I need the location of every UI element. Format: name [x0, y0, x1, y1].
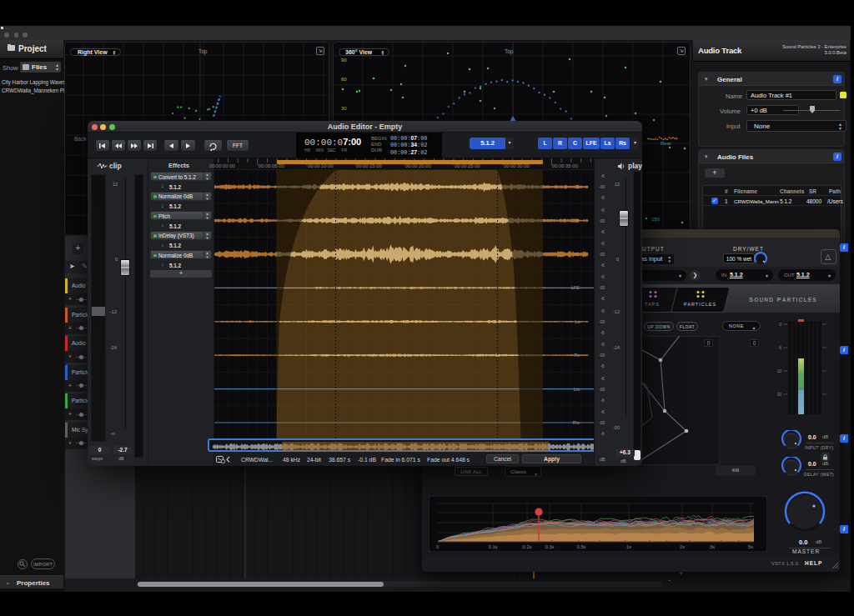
svg-text:3s: 3s — [710, 544, 715, 549]
svg-text:Rts: Rts — [573, 420, 580, 425]
svg-text:-10: -10 — [776, 369, 781, 373]
svg-text:LFE: LFE — [571, 285, 580, 290]
svg-text:L: L — [577, 184, 580, 189]
svg-text:C: C — [576, 252, 580, 257]
svg-text:2s: 2s — [680, 544, 685, 549]
svg-text:Lts: Lts — [574, 387, 580, 392]
svg-text:-30: -30 — [776, 393, 781, 397]
svg-text:-6: -6 — [778, 346, 781, 350]
svg-text:0.2s: 0.2s — [523, 544, 532, 549]
svg-text:Rs: Rs — [574, 353, 580, 358]
svg-text:0.5s: 0.5s — [577, 544, 586, 549]
svg-text:R: R — [576, 218, 580, 223]
svg-text:Ls: Ls — [575, 319, 580, 324]
svg-text:5s: 5s — [748, 544, 753, 549]
svg-text:0: 0 — [779, 323, 781, 327]
svg-text:0: 0 — [436, 544, 439, 549]
svg-text:0.3s: 0.3s — [545, 544, 555, 549]
svg-text:1s: 1s — [626, 544, 631, 549]
svg-text:0.1s: 0.1s — [489, 544, 498, 549]
